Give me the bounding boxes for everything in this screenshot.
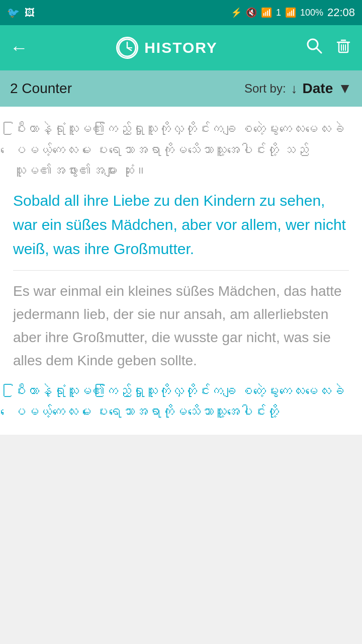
card2-myanmar-text: ပြီးတာနဲ့ရုံသူမ၏ကြည့်ရှုသူကိုလှတိုင်းကချ… [13,381,349,423]
clock-icon [116,37,138,59]
sim-icon: 1 [276,8,281,18]
top-bar: ← HISTORY [0,25,362,70]
status-bar: 🐦 🖼 ⚡ 🔇 📶 1 📶 100% 22:08 [0,0,362,25]
top-bar-center: HISTORY [116,37,218,59]
bluetooth-icon: ⚡ [231,7,242,18]
top-bar-actions [306,37,352,58]
history-card-1: ပြီးတာနဲ့ရုံသူမ၏ကြည့်ရှုသူကိုလှတိုင်းကချ… [0,107,362,435]
sort-down-arrow-icon: ↓ [291,81,298,97]
volume-icon: 🔇 [246,7,257,18]
dropdown-arrow-icon[interactable]: ▼ [338,80,352,97]
svg-line-2 [127,48,131,50]
trash-icon[interactable] [335,37,352,58]
sort-area[interactable]: Sort by: ↓ Date ▼ [244,80,352,97]
wifi-icon: 📶 [261,7,272,18]
filter-bar: 2 Counter Sort by: ↓ Date ▼ [0,70,362,107]
card1-german-text: Sobald all ihre Liebe zu den Kindern zu … [13,189,349,261]
top-bar-back[interactable]: ← [10,37,28,58]
counter-label: 2 Counter [10,80,72,97]
status-right-info: ⚡ 🔇 📶 1 📶 100% 22:08 [231,6,355,19]
search-icon[interactable] [306,37,323,58]
content-area: ပြီးတာနဲ့ရုံသူမ၏ကြည့်ရှုသူကိုလှတိုင်းကချ… [0,107,362,435]
back-button[interactable]: ← [10,37,28,58]
svg-line-4 [316,48,321,53]
svg-point-0 [119,39,136,56]
history-title: HISTORY [144,39,218,56]
facebook-icon: 🐦 [7,7,20,19]
signal-icon: 📶 [285,7,296,18]
status-time: 22:08 [327,6,355,19]
card-divider [13,270,349,271]
image-icon: 🖼 [25,7,35,19]
clock-svg [118,38,137,57]
card1-myanmar-text: ပြီးတာနဲ့ရုံသူမ၏ကြည့်ရှုသူကိုလှတိုင်းကချ… [13,119,349,182]
status-left-icons: 🐦 🖼 [7,7,35,19]
battery-text: 100% [300,8,323,18]
sort-date-label: Date [303,80,333,97]
sort-by-text: Sort by: [244,82,286,96]
card2-german-text: Es war einmal ein kleines süßes Mädchen,… [13,280,349,373]
